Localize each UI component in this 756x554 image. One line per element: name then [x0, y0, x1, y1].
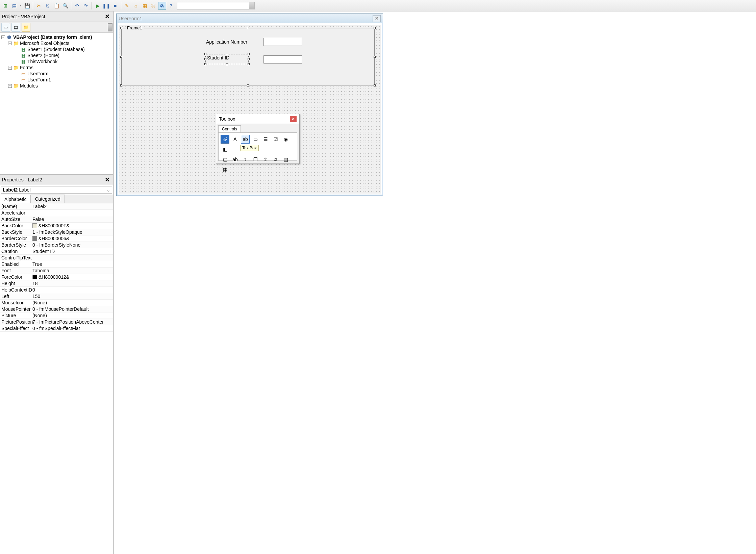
toolbox-tab-controls[interactable]: Controls: [218, 125, 241, 132]
stop-icon[interactable]: ■: [111, 2, 119, 10]
property-row[interactable]: FontTahoma: [0, 268, 113, 274]
expander-icon[interactable]: −: [1, 35, 5, 39]
toolbox-titlebar[interactable]: Toolbox ✕: [216, 114, 299, 124]
run-icon[interactable]: ▶: [94, 2, 102, 10]
combobox-tool[interactable]: ▭: [251, 135, 260, 144]
property-row[interactable]: ControlTipText: [0, 255, 113, 261]
resize-handle[interactable]: [374, 27, 376, 29]
property-row[interactable]: MousePointer0 - fmMousePointerDefault: [0, 306, 113, 312]
resize-handle[interactable]: [374, 56, 376, 58]
label1-control[interactable]: Application Number: [206, 39, 247, 45]
tabstrip-tool[interactable]: ⑊: [241, 155, 250, 164]
tree-node[interactable]: ▦ThisWorkbook: [1, 58, 112, 65]
help-icon[interactable]: ?: [167, 2, 175, 10]
copy-icon[interactable]: ⎘: [44, 2, 52, 10]
property-row[interactable]: SpecialEffect0 - fmSpecialEffectFlat: [0, 325, 113, 332]
spinbutton-tool[interactable]: ⇵: [271, 155, 280, 164]
property-row[interactable]: ForeColor&H80000012&: [0, 274, 113, 280]
project-tree[interactable]: −⬢VBAProject (Data entry form .xlsm)−📁Mi…: [0, 33, 113, 175]
object-browser-icon[interactable]: ⌘: [149, 2, 157, 10]
undo-icon[interactable]: ↶: [73, 2, 81, 10]
expander-icon[interactable]: +: [8, 84, 12, 88]
property-row[interactable]: BackStyle1 - fmBackStyleOpaque: [0, 229, 113, 235]
properties-tab-alphabetic[interactable]: Alphabetic: [0, 195, 31, 203]
dropdown-icon[interactable]: ▾: [19, 2, 22, 10]
project-explorer-icon[interactable]: ⌂: [132, 2, 140, 10]
tree-node[interactable]: −⬢VBAProject (Data entry form .xlsm): [1, 34, 112, 40]
textbox1-control[interactable]: [263, 38, 302, 46]
property-row[interactable]: Picture(None): [0, 312, 113, 319]
userform-window[interactable]: UserForm1 ✕ Frame1 Application Number: [116, 14, 383, 196]
paste-icon[interactable]: 📋: [52, 2, 60, 10]
toggle-folders-button[interactable]: 📁: [22, 23, 30, 32]
tree-node[interactable]: ▭UserForm: [1, 71, 112, 77]
property-row[interactable]: PicturePosition7 - fmPicturePositionAbov…: [0, 319, 113, 325]
frame-tool[interactable]: ▢: [221, 155, 229, 164]
proc-combobox[interactable]: [177, 2, 255, 9]
property-row[interactable]: Left150: [0, 293, 113, 300]
resize-handle[interactable]: [204, 58, 206, 60]
toolbox-close-button[interactable]: ✕: [290, 116, 297, 122]
resize-handle[interactable]: [204, 53, 206, 55]
view-object-button[interactable]: ▤: [11, 23, 20, 32]
property-row[interactable]: Height18: [0, 280, 113, 287]
project-drag-handle[interactable]: [108, 23, 112, 31]
textbox2-control[interactable]: [263, 55, 302, 64]
property-row[interactable]: CaptionStudent ID: [0, 248, 113, 255]
resize-handle[interactable]: [248, 53, 250, 55]
resize-handle[interactable]: [374, 84, 376, 86]
toolbox-icon[interactable]: 🛠: [158, 2, 166, 10]
multipage-tool[interactable]: ❐: [251, 155, 260, 164]
expander-icon[interactable]: −: [8, 42, 12, 45]
togglebutton-tool[interactable]: ◧: [221, 145, 229, 154]
properties-grid[interactable]: (Name)Label2AcceleratorAutoSizeFalseBack…: [0, 203, 113, 554]
textbox-tool[interactable]: ab: [241, 135, 250, 144]
toolbox-window[interactable]: Toolbox ✕ Controls ⮰Aab▭☰☑◉◧ ▢ab⑊❐⇕⇵▧▦ T…: [216, 114, 300, 164]
property-row[interactable]: AutoSizeFalse: [0, 216, 113, 223]
property-row[interactable]: HelpContextID0: [0, 287, 113, 293]
label-tool[interactable]: A: [231, 135, 240, 144]
properties-icon[interactable]: ▦: [141, 2, 149, 10]
project-close-icon[interactable]: ✕: [103, 13, 111, 20]
property-row[interactable]: BackColor&H8000000F&: [0, 223, 113, 229]
save-icon[interactable]: 💾: [23, 2, 31, 10]
tree-node[interactable]: ▦Sheet1 (Student Database): [1, 46, 112, 52]
resize-handle[interactable]: [120, 27, 122, 29]
checkbox-tool[interactable]: ☑: [271, 135, 280, 144]
cut-icon[interactable]: ✂: [35, 2, 43, 10]
scrollbar-tool[interactable]: ⇕: [261, 155, 270, 164]
form-titlebar[interactable]: UserForm1 ✕: [117, 14, 383, 23]
property-row[interactable]: (Name)Label2: [0, 203, 113, 210]
property-row[interactable]: EnabledTrue: [0, 261, 113, 268]
resize-handle[interactable]: [247, 84, 249, 86]
resize-handle[interactable]: [248, 58, 250, 60]
resize-handle[interactable]: [226, 63, 228, 65]
properties-close-icon[interactable]: ✕: [103, 176, 111, 183]
resize-handle[interactable]: [120, 56, 122, 58]
property-row[interactable]: Accelerator: [0, 210, 113, 216]
property-row[interactable]: MouseIcon(None): [0, 300, 113, 306]
refedit-tool[interactable]: ▦: [221, 165, 229, 174]
find-icon[interactable]: 🔍: [61, 2, 69, 10]
tree-node[interactable]: −📁Forms: [1, 65, 112, 71]
redo-icon[interactable]: ↷: [82, 2, 90, 10]
excel-icon[interactable]: ⊞: [1, 2, 9, 10]
resize-handle[interactable]: [226, 53, 228, 55]
tree-node[interactable]: +📁Modules: [1, 83, 112, 89]
frame1-control[interactable]: Frame1 Application Number Student ID: [121, 28, 375, 85]
tree-node[interactable]: −📁Microsoft Excel Objects: [1, 40, 112, 46]
select-tool[interactable]: ⮰: [221, 135, 229, 144]
resize-handle[interactable]: [120, 84, 122, 86]
view-code-button[interactable]: ▭: [1, 23, 10, 32]
designer-canvas[interactable]: Frame1 Application Number Student ID: [119, 25, 381, 194]
form-close-button[interactable]: ✕: [373, 15, 381, 22]
label2-control-selected[interactable]: Student ID: [205, 54, 249, 64]
tree-node[interactable]: ▦Sheet2 (Home): [1, 52, 112, 58]
image-tool[interactable]: ▧: [281, 155, 290, 164]
design-icon[interactable]: ✎: [123, 2, 131, 10]
property-row[interactable]: BorderStyle0 - fmBorderStyleNone: [0, 242, 113, 248]
resize-handle[interactable]: [204, 63, 206, 65]
commandbutton-tool[interactable]: ab: [231, 155, 240, 164]
listbox-tool[interactable]: ☰: [261, 135, 270, 144]
properties-tab-categorized[interactable]: Categorized: [30, 195, 65, 203]
